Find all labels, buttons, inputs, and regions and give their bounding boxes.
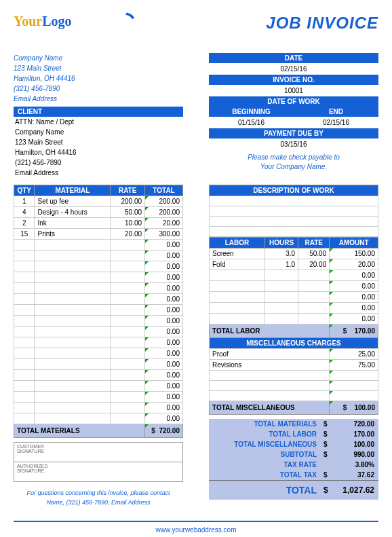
table-row: 0.00: [14, 251, 183, 261]
contact-line1: For questions concerning this invoice, p…: [14, 489, 183, 498]
table-row: 0.00: [210, 281, 378, 292]
labor-rate-header: RATE: [298, 238, 330, 248]
table-row: 2Ink10.0020.00: [14, 218, 183, 229]
client-header: CLIENT: [14, 107, 183, 117]
table-row: Proof25.00: [210, 349, 378, 360]
table-row: 0.00: [14, 403, 183, 413]
grand-total-label: TOTAL: [213, 485, 324, 496]
sum-tax-value: 37.62: [334, 471, 374, 479]
client-attn: ATTN: Name / Dept: [14, 117, 183, 127]
company-street: 123 Main Street: [14, 63, 183, 73]
sum-labor-label: TOTAL LABOR: [213, 430, 324, 438]
sum-subtotal-value: 990.00: [334, 451, 374, 458]
payment-due-header: PAYMENT DUE BY: [209, 128, 378, 138]
table-row: [210, 371, 378, 381]
table-row: 0.00: [14, 348, 183, 359]
sum-taxrate-label: TAX RATE: [213, 461, 324, 468]
table-row: 0.00: [14, 381, 183, 392]
beginning-header: BEGINNING: [209, 107, 294, 117]
misc-header: MISCELLANEOUS CHARGES: [210, 338, 378, 349]
page-title: JOB INVOICE: [266, 14, 378, 33]
table-row: [210, 391, 378, 401]
customer-sig-label: CUSTOMER SIGNATURE: [14, 443, 55, 462]
labor-table: LABOR HOURS RATE AMOUNT Screen3.050.0015…: [209, 237, 378, 415]
total-misc-value: 100.00: [354, 404, 375, 411]
auth-sig-label: AUTHORIZED SIGNATURE: [14, 462, 55, 481]
beginning-value: 01/15/16: [209, 117, 294, 128]
table-row: 0.00: [14, 261, 183, 272]
table-row: 0.00: [210, 270, 378, 281]
end-value: 02/15/16: [294, 117, 378, 128]
sum-materials-label: TOTAL MATERIALS: [213, 420, 324, 428]
end-header: END: [294, 107, 378, 117]
material-header: MATERIAL: [35, 185, 111, 196]
sum-tax-label: TOTAL TAX: [213, 471, 324, 479]
table-row: 15Prints20.00300.00: [14, 229, 183, 240]
total-misc-label: TOTAL MISCELLANEOUS: [210, 401, 330, 415]
total-materials-value: 720.00: [159, 427, 180, 434]
company-phone: (321) 456-7890: [14, 84, 183, 94]
total-header: TOTAL: [145, 185, 183, 196]
invoice-no-value: 10001: [209, 85, 378, 96]
total-labor-label: TOTAL LABOR: [210, 325, 330, 338]
contact-line2: Name, (321) 456-7890, Email Address: [14, 498, 183, 508]
company-email: Email Address: [14, 94, 183, 104]
table-row: 0.00: [14, 359, 183, 370]
table-row: 0.00: [210, 303, 378, 314]
hours-header: HOURS: [264, 238, 298, 248]
table-row: 0.00: [14, 413, 183, 424]
company-name: Company Name: [14, 53, 183, 63]
logo: YourLogo: [14, 14, 122, 48]
table-row: 0.00: [14, 305, 183, 316]
table-row: 4Design - 4 hours50.00200.00: [14, 207, 183, 218]
table-row: 0.00: [14, 283, 183, 294]
company-city: Hamilton, OH 44416: [14, 73, 183, 84]
table-row: Fold1.020.0020.00: [210, 259, 378, 270]
table-row: [210, 381, 378, 391]
date-header: DATE: [209, 53, 378, 63]
rate-header: RATE: [111, 185, 145, 196]
summary-box: TOTAL MATERIALS$720.00 TOTAL LABOR$170.0…: [209, 419, 378, 500]
date-value: 02/15/16: [209, 63, 378, 75]
sum-subtotal-label: SUBTOTAL: [213, 451, 324, 458]
table-row: 0.00: [14, 240, 183, 251]
signature-box: CUSTOMER SIGNATURE AUTHORIZED SIGNATURE: [14, 442, 183, 482]
table-row: 0.00: [14, 337, 183, 348]
total-materials-label: TOTAL MATERIALS: [14, 424, 145, 438]
total-labor-value: 170.00: [354, 327, 375, 335]
table-row: 1Set up fee200.00200.00: [14, 196, 183, 207]
payable-line2: Your Company Name.: [209, 162, 378, 172]
description-table: DESCRIPTION OF WORK: [209, 185, 378, 237]
client-name: Company Name: [14, 127, 183, 137]
client-email: Email Address: [14, 168, 183, 178]
table-row: 0.00: [210, 292, 378, 303]
invoice-no-header: INVOICE NO.: [209, 75, 378, 85]
client-street: 123 Main Street: [14, 137, 183, 147]
table-row: 0.00: [210, 314, 378, 325]
client-phone: (321) 456-7890: [14, 158, 183, 168]
amount-header: AMOUNT: [330, 238, 378, 248]
footer-url: www.yourwebaddress.com: [14, 521, 378, 534]
payment-due-value: 03/15/16: [209, 138, 378, 150]
sum-labor-value: 170.00: [334, 430, 374, 438]
grand-total-value: 1,027.62: [334, 485, 374, 495]
materials-table: QTY MATERIAL RATE TOTAL 1Set up fee200.0…: [14, 185, 183, 438]
table-row: 0.00: [14, 294, 183, 305]
payable-line1: Please make check payable to: [209, 153, 378, 162]
sum-taxrate-value: 3.80%: [334, 461, 374, 468]
sum-materials-value: 720.00: [334, 420, 374, 428]
table-row: 0.00: [14, 327, 183, 337]
table-row: 0.00: [14, 392, 183, 403]
client-city: Hamilton, OH 44416: [14, 147, 183, 158]
table-row: 0.00: [14, 316, 183, 327]
table-row: 0.00: [14, 272, 183, 283]
table-row: Screen3.050.00150.00: [210, 248, 378, 259]
table-row: 0.00: [14, 370, 183, 381]
sum-misc-label: TOTAL MISCELLANEOUS: [213, 441, 324, 448]
date-of-work-header: DATE OF WORK: [209, 96, 378, 107]
labor-header: LABOR: [210, 238, 265, 248]
desc-work-header: DESCRIPTION OF WORK: [210, 185, 378, 196]
qty-header: QTY: [14, 185, 35, 196]
sum-misc-value: 100.00: [334, 441, 374, 448]
table-row: Revisions75.00: [210, 360, 378, 371]
